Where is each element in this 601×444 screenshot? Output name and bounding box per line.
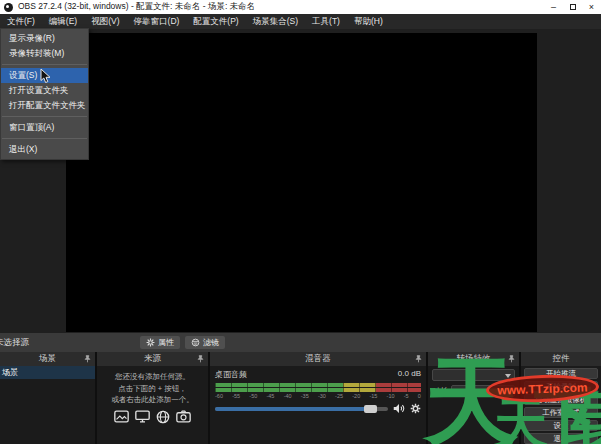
mixer-title: 混音器 xyxy=(305,353,331,365)
controls-dock-header: 控件 xyxy=(521,352,601,366)
scenes-list: 场景 xyxy=(0,366,95,444)
volume-slider[interactable] xyxy=(215,407,388,411)
exit-button[interactable]: 退出 xyxy=(524,433,598,444)
mixer-dock: 混音器 桌面音频 0.0 dB -60 -55 -50 - xyxy=(210,352,426,444)
scenes-dock-header: 场景 xyxy=(0,352,95,366)
start-virtual-camera-button[interactable]: 启动虚拟摄像机 xyxy=(524,394,598,405)
image-source-icon xyxy=(114,410,129,423)
close-button[interactable]: × xyxy=(582,0,601,14)
menu-scene-collection[interactable]: 场景集合(S) xyxy=(246,14,305,29)
sources-dock-header: 来源 xyxy=(97,352,208,366)
start-recording-button[interactable]: 开始录制 xyxy=(524,381,598,392)
mouse-cursor-icon xyxy=(40,68,51,84)
sources-title: 来源 xyxy=(144,353,161,365)
maximize-button[interactable] xyxy=(563,0,582,14)
properties-button[interactable]: 属性 xyxy=(140,336,180,349)
transition-select[interactable] xyxy=(432,369,515,381)
mixer-dock-header: 混音器 xyxy=(210,352,426,366)
scale-tick: -45 xyxy=(266,393,274,399)
volume-meter-scale: -60 -55 -50 -45 -40 -35 -30 -25 -20 -15 … xyxy=(215,393,421,399)
scale-tick: -40 xyxy=(284,393,292,399)
menu-item-show-recordings[interactable]: 显示录像(R) xyxy=(1,31,88,46)
file-menu-dropdown: 显示录像(R) 录像转封装(M) 设置(S) 打开设置文件夹 打开配置文件文件夹… xyxy=(0,28,89,160)
mixer-gear-icon[interactable] xyxy=(410,403,421,414)
transition-duration-row: 时长 300 xyxy=(432,385,515,397)
dock-row: 场景 场景 来源 您还没有添加任何源。 点击下面的 + 按钮， xyxy=(0,352,601,444)
menu-edit[interactable]: 编辑(E) xyxy=(42,14,84,29)
scale-tick: -10 xyxy=(387,393,395,399)
volume-meter: -60 -55 -50 -45 -40 -35 -30 -25 -20 -15 … xyxy=(215,383,421,399)
source-toolbar: 未选择源 属性 滤镜 xyxy=(0,333,601,352)
studio-mode-button[interactable]: 工作室模式 xyxy=(524,407,598,418)
controls-buttons: 开始推流 开始录制 启动虚拟摄像机 工作室模式 设置 退出 xyxy=(521,366,601,444)
start-streaming-button[interactable]: 开始推流 xyxy=(524,368,598,379)
menu-file[interactable]: 文件(F) xyxy=(0,14,42,29)
camera-source-icon xyxy=(176,410,191,423)
transitions-dock-header: 转场特效 xyxy=(428,352,519,366)
maximize-icon xyxy=(570,4,576,10)
transitions-title: 转场特效 xyxy=(457,353,491,365)
mixer-channel-name: 桌面音频 xyxy=(215,369,247,380)
scene-list-item[interactable]: 场景 xyxy=(0,366,95,379)
mixer-channel: 桌面音频 0.0 dB -60 -55 -50 -45 -40 -35 -30 … xyxy=(210,366,426,444)
display-source-icon xyxy=(135,410,150,423)
sources-empty-line1: 您还没有添加任何源。 xyxy=(97,371,208,383)
pin-icon[interactable] xyxy=(197,355,204,363)
menu-docks[interactable]: 停靠窗口(D) xyxy=(127,14,187,29)
transitions-body: 时长 300 xyxy=(428,366,519,444)
menu-separator xyxy=(2,116,87,117)
gear-icon xyxy=(146,338,155,347)
pin-icon[interactable] xyxy=(508,355,515,363)
window-title: OBS 27.2.4 (32-bit, windows) - 配置文件: 未命名… xyxy=(18,1,255,13)
menu-separator xyxy=(2,64,87,65)
scale-tick: -15 xyxy=(369,393,377,399)
pin-icon[interactable] xyxy=(415,355,422,363)
menu-item-open-profile-folder[interactable]: 打开配置文件文件夹 xyxy=(1,98,88,113)
speaker-icon[interactable] xyxy=(393,403,405,414)
menu-help[interactable]: 帮助(H) xyxy=(347,14,390,29)
scenes-dock: 场景 场景 xyxy=(0,352,95,444)
filters-button[interactable]: 滤镜 xyxy=(185,336,225,349)
menu-item-exit[interactable]: 退出(X) xyxy=(1,142,88,157)
menu-item-open-settings-folder[interactable]: 打开设置文件夹 xyxy=(1,83,88,98)
obs-logo-icon xyxy=(4,3,13,12)
sources-empty-line3: 或者右击此处添加一个。 xyxy=(97,394,208,406)
properties-label: 属性 xyxy=(158,337,174,348)
pin-icon[interactable] xyxy=(84,355,91,363)
preview-area xyxy=(0,29,601,333)
menu-tools[interactable]: 工具(T) xyxy=(305,14,347,29)
menu-item-always-on-top[interactable]: 窗口置顶(A) xyxy=(1,120,88,135)
volume-meter-bar xyxy=(215,388,421,392)
filters-label: 滤镜 xyxy=(203,337,219,348)
sources-empty-line2: 点击下面的 + 按钮， xyxy=(97,383,208,395)
volume-slider-row xyxy=(215,403,421,414)
duration-input[interactable]: 300 xyxy=(451,385,515,397)
scale-tick: 0 xyxy=(418,393,421,399)
menu-view[interactable]: 视图(V) xyxy=(84,14,126,29)
titlebar: OBS 27.2.4 (32-bit, windows) - 配置文件: 未命名… xyxy=(0,0,601,14)
settings-button[interactable]: 设置 xyxy=(524,420,598,431)
scale-tick: -25 xyxy=(335,393,343,399)
scale-tick: -20 xyxy=(352,393,360,399)
scale-tick: -35 xyxy=(301,393,309,399)
sources-empty-text: 您还没有添加任何源。 点击下面的 + 按钮， 或者右击此处添加一个。 xyxy=(97,366,208,406)
browser-source-icon xyxy=(156,410,170,424)
controls-title: 控件 xyxy=(553,353,570,365)
preview-canvas xyxy=(66,33,537,332)
obs-window: OBS 27.2.4 (32-bit, windows) - 配置文件: 未命名… xyxy=(0,0,601,444)
scenes-title: 场景 xyxy=(39,353,56,365)
minimize-button[interactable]: – xyxy=(544,0,563,14)
scale-tick: -30 xyxy=(318,393,326,399)
mixer-channel-level: 0.0 dB xyxy=(398,369,421,380)
transitions-dock: 转场特效 时长 300 xyxy=(428,352,519,444)
volume-slider-handle[interactable] xyxy=(364,405,377,413)
menu-separator xyxy=(2,138,87,139)
source-type-icons xyxy=(97,410,208,424)
source-toolbar-buttons: 属性 滤镜 xyxy=(140,336,225,349)
scale-tick: -50 xyxy=(249,393,257,399)
duration-label: 时长 xyxy=(432,386,448,397)
menu-item-remux-recordings[interactable]: 录像转封装(M) xyxy=(1,46,88,61)
sources-empty-area[interactable]: 您还没有添加任何源。 点击下面的 + 按钮， 或者右击此处添加一个。 xyxy=(97,366,208,444)
menu-profile[interactable]: 配置文件(P) xyxy=(186,14,245,29)
volume-slider-fill xyxy=(215,407,369,411)
